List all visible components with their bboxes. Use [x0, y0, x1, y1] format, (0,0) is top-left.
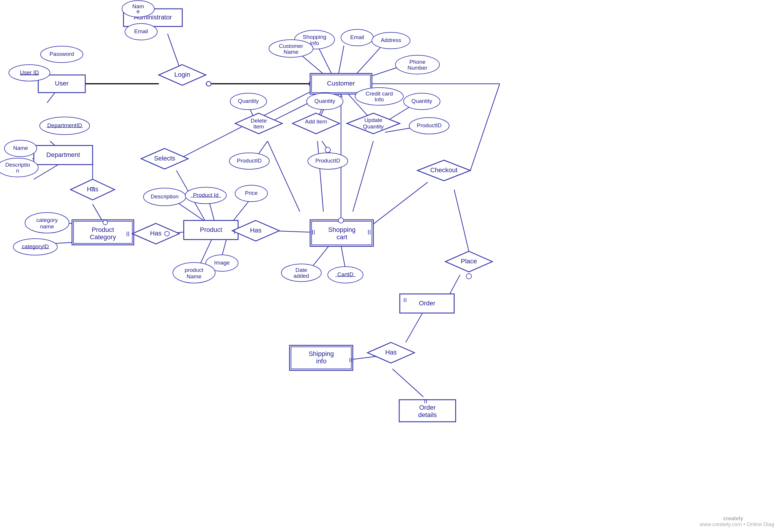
watermark-url: www.creately.com • Online Diagrammer	[699, 521, 774, 527]
svg-line-29	[392, 369, 423, 397]
svg-point-56	[206, 81, 211, 86]
date-added-text: Date	[295, 267, 307, 273]
admin-email-text: Email	[134, 28, 148, 34]
update-qty-label: Update	[364, 117, 382, 123]
svg-line-26	[450, 275, 460, 294]
svg-line-15	[353, 141, 373, 212]
dept-desc-text: Descriptio	[5, 162, 30, 168]
svg-line-32	[232, 200, 250, 222]
credit-card-text2: Info	[375, 96, 384, 103]
upd-qty-text: Quantity	[412, 98, 432, 104]
svg-point-74	[338, 218, 344, 223]
svg-line-19	[93, 204, 103, 222]
svg-line-25	[454, 190, 469, 251]
shopping-cart-label: Shopping	[328, 226, 356, 233]
delete-item-label: Delete	[251, 118, 267, 124]
add-pid-text: ProductID	[315, 158, 340, 164]
svg-line-14	[317, 141, 323, 212]
dept-desc-text2: n	[16, 168, 19, 174]
order-label: Order	[419, 300, 435, 307]
prod-name-text: product	[185, 267, 203, 273]
svg-line-24	[370, 182, 428, 226]
order-details-label: Order	[419, 404, 436, 411]
cat-name-text: category	[36, 217, 58, 223]
product-category-label2: Category	[90, 233, 116, 241]
cat-name-text2: name	[40, 223, 54, 230]
department-label: Department	[46, 151, 80, 158]
delete-item-label2: item	[253, 123, 264, 130]
phone-text: Phone	[409, 59, 426, 65]
svg-point-82	[165, 231, 169, 236]
admin-name-text2: e	[137, 8, 140, 14]
watermark: creately	[723, 516, 743, 521]
svg-line-36	[341, 245, 345, 269]
address-text: Address	[381, 37, 401, 43]
has-dept-label: Has	[87, 185, 98, 193]
customer-label: Customer	[327, 80, 355, 87]
image-text: Image	[214, 260, 230, 266]
order-details-label2: details	[418, 411, 437, 419]
update-qty-label2: Quantity	[363, 123, 384, 130]
date-added-text2: added	[294, 273, 309, 279]
checkout-label: Checkout	[430, 166, 458, 174]
shopping-info-text: Shopping	[303, 34, 326, 40]
svg-line-35	[312, 245, 329, 267]
del-qty-text: Quantity	[238, 98, 259, 104]
has-order-label: Has	[385, 349, 397, 356]
selects-label: Selects	[154, 155, 175, 162]
place-label: Place	[461, 257, 477, 265]
svg-point-72	[325, 147, 330, 153]
prod-desc-text: Description	[151, 193, 178, 200]
add-item-label: Add item	[305, 118, 327, 125]
product-label: Product	[200, 226, 222, 233]
has-cat-label: Has	[150, 230, 161, 237]
prod-name-text2: Name	[187, 273, 202, 280]
shopping-cart-label2: cart	[337, 233, 347, 241]
svg-line-13	[268, 141, 300, 212]
del-pid-text: ProductID	[237, 158, 262, 164]
er-diagram: Administrator User Customer Department P…	[0, 0, 774, 532]
svg-point-84	[103, 220, 108, 225]
price-text: Price	[245, 190, 258, 196]
customer-email-text: Email	[350, 34, 364, 40]
product-category-label: Product	[92, 226, 114, 233]
login-label: Login	[174, 71, 190, 78]
shipping-info-label2: info	[316, 357, 326, 365]
svg-line-52	[470, 84, 500, 170]
customer-name-text2: Name	[284, 49, 299, 55]
phone-text2: Number	[407, 65, 427, 71]
dept-name-text: Name	[13, 145, 28, 151]
svg-line-4	[338, 46, 344, 76]
customer-name-text: Customer	[279, 43, 303, 49]
add-qty-text: Quantity	[315, 98, 335, 104]
password-text: Password	[49, 51, 74, 57]
shipping-info-label: Shipping	[309, 350, 334, 357]
upd-pid-text: ProductID	[417, 122, 442, 128]
credit-card-text: Credit card	[366, 91, 393, 97]
svg-line-27	[406, 312, 423, 342]
user-label: User	[55, 80, 68, 87]
svg-point-73	[466, 274, 472, 279]
has-prod-label: Has	[250, 227, 261, 234]
